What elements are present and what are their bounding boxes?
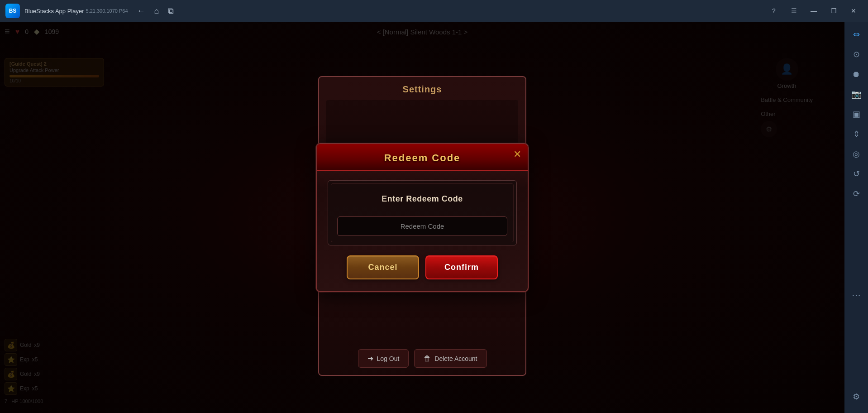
- redeem-buttons: Cancel Confirm: [328, 254, 517, 283]
- sidebar-more-icon[interactable]: ⋯: [852, 290, 861, 301]
- titlebar: BS BlueStacks App Player 5.21.300.1070 P…: [0, 0, 868, 22]
- redeem-title: Redeem Code: [384, 152, 461, 163]
- redeem-header: Redeem Code ✕: [317, 144, 528, 171]
- sidebar-screenshot-icon[interactable]: ▣: [847, 105, 865, 123]
- minimize-button[interactable]: —: [805, 5, 823, 17]
- sidebar-gear-icon[interactable]: ⚙: [847, 388, 865, 406]
- sidebar-resize-icon[interactable]: ⇔: [847, 25, 865, 43]
- titlebar-nav: ← ⌂ ⧉: [137, 7, 174, 15]
- right-sidebar: ⇔ ⊙ ⏺ 📷 ▣ ⇕ ◎ ↺ ⟳ ⋯ ⚙: [844, 22, 868, 413]
- nav-back-button[interactable]: ←: [137, 7, 145, 15]
- game-area: ≡ ♥ 0 ◆ 1099 < [Normal] Silent Woods 1-1…: [0, 22, 844, 413]
- redeem-overlay: Redeem Code ✕ Enter Redeem Code Cancel: [0, 22, 844, 413]
- app-name: BlueStacks App Player: [24, 8, 84, 14]
- sidebar-camera-icon[interactable]: 📷: [847, 85, 865, 103]
- app-logo: BS: [5, 4, 20, 18]
- sidebar-rotate-icon[interactable]: ↺: [847, 165, 865, 183]
- close-button[interactable]: ✕: [844, 5, 863, 17]
- redeem-prompt-text: Enter Redeem Code: [337, 194, 507, 204]
- nav-home-button[interactable]: ⌂: [154, 7, 159, 15]
- sidebar-resize2-icon[interactable]: ⇕: [847, 125, 865, 143]
- app-version: 5.21.300.1070 P64: [86, 8, 128, 14]
- cancel-label: Cancel: [368, 263, 397, 272]
- confirm-button[interactable]: Confirm: [425, 255, 498, 279]
- help-button[interactable]: ?: [765, 5, 783, 17]
- window-controls: ? ☰ — ❐ ✕: [765, 5, 863, 17]
- restore-button[interactable]: ❐: [825, 5, 843, 17]
- menu-button[interactable]: ☰: [785, 5, 803, 17]
- sidebar-refresh-icon[interactable]: ⟳: [847, 185, 865, 203]
- redeem-code-box: Enter Redeem Code: [328, 180, 517, 245]
- sidebar-record-icon[interactable]: ⏺: [847, 65, 865, 83]
- redeem-close-icon: ✕: [513, 149, 521, 160]
- redeem-close-button[interactable]: ✕: [513, 149, 521, 159]
- redeem-dialog: Redeem Code ✕ Enter Redeem Code Cancel: [316, 143, 529, 292]
- redeem-body: Enter Redeem Code Cancel Confirm: [317, 171, 528, 291]
- sidebar-lock-icon[interactable]: ⊙: [847, 45, 865, 63]
- sidebar-camera2-icon[interactable]: ◎: [847, 145, 865, 163]
- confirm-label: Confirm: [444, 263, 479, 272]
- nav-tabs-button[interactable]: ⧉: [168, 7, 174, 15]
- cancel-button[interactable]: Cancel: [347, 255, 419, 279]
- redeem-code-input[interactable]: [337, 216, 507, 236]
